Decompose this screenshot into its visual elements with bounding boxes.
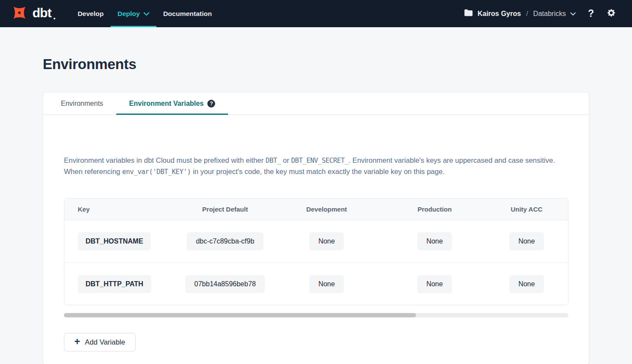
nav-item-deploy[interactable]: Deploy: [111, 0, 156, 27]
variable-value-chip-unity-acc[interactable]: None: [509, 232, 544, 250]
code-env-var-example: env_var('DBT_KEY'): [122, 168, 191, 176]
nav-item-develop-label: Develop: [78, 10, 104, 18]
folder-icon: [464, 9, 473, 18]
nav-item-deploy-label: Deploy: [118, 10, 140, 18]
help-circle-icon[interactable]: ?: [207, 100, 215, 108]
dbt-logo-icon: [10, 4, 29, 23]
add-variable-label: Add Variable: [85, 338, 125, 346]
tab-environment-variables[interactable]: Environment Variables ?: [116, 92, 229, 114]
nav-item-documentation[interactable]: Documentation: [156, 0, 219, 27]
description-text: in your project's code, the key must mat…: [191, 168, 445, 175]
table-row: DBT_HTTP_PATH 07bb14a8596beb78 None None…: [64, 263, 568, 305]
variable-value-chip-unity-acc[interactable]: None: [509, 275, 544, 293]
variable-key-chip[interactable]: DBT_HTTP_PATH: [78, 275, 151, 293]
table-header-row: Key Project Default Development Producti…: [64, 199, 568, 220]
account-environment-name: Databricks: [533, 10, 566, 18]
column-header-project-default: Project Default: [182, 206, 268, 213]
variable-value-chip-production[interactable]: None: [417, 275, 452, 293]
variable-value-chip-production[interactable]: None: [417, 232, 452, 250]
tab-panel-environment-variables: Environment variables in dbt Cloud must …: [43, 155, 589, 364]
variable-value-chip-project-default[interactable]: dbc-c7c89cba-cf9b: [187, 232, 263, 250]
plus-icon: +: [74, 337, 80, 347]
description-text: or: [281, 156, 291, 164]
column-header-key: Key: [64, 206, 182, 213]
tab-environment-variables-label: Environment Variables: [129, 100, 204, 108]
column-header-unity-acc: Unity ACC: [484, 206, 568, 213]
tab-environments[interactable]: Environments: [48, 92, 116, 114]
environment-variables-table: Key Project Default Development Producti…: [64, 198, 568, 305]
dbt-logo-text: dbt: [32, 6, 51, 21]
dbt-logo-trademark-dot: [54, 18, 55, 19]
account-separator: /: [525, 10, 529, 18]
tab-environments-label: Environments: [61, 100, 103, 108]
help-button[interactable]: ?: [588, 9, 594, 19]
top-navbar: dbt Develop Deploy Documentation Kairos …: [0, 0, 632, 27]
horizontal-scrollbar-thumb[interactable]: [64, 313, 416, 317]
environments-card: Environments Environment Variables ? Env…: [43, 92, 589, 364]
account-project-switcher[interactable]: Kairos Gyros / Databricks: [464, 9, 576, 18]
dbt-logo[interactable]: dbt: [10, 4, 55, 23]
variable-value-chip-project-default[interactable]: 07bb14a8596beb78: [185, 275, 265, 293]
description-text: Environment variables in dbt Cloud must …: [64, 156, 266, 164]
question-mark-glyph: ?: [210, 101, 213, 107]
settings-button[interactable]: [606, 8, 616, 20]
variable-value-chip-development[interactable]: None: [309, 275, 344, 293]
chevron-down-icon: [570, 10, 576, 18]
nav-item-documentation-label: Documentation: [163, 10, 212, 18]
question-mark-icon: ?: [588, 8, 594, 19]
variable-value-chip-development[interactable]: None: [309, 232, 344, 250]
code-dbt-env-secret-prefix: DBT_ENV_SECRET_: [291, 157, 348, 165]
column-header-production: Production: [385, 206, 484, 213]
code-dbt-prefix: DBT_: [266, 157, 281, 165]
variable-key-chip[interactable]: DBT_HOSTNAME: [78, 232, 151, 250]
main-navigation: Develop Deploy Documentation: [71, 0, 219, 27]
column-header-development: Development: [268, 206, 385, 213]
table-row: DBT_HOSTNAME dbc-c7c89cba-cf9b None None…: [64, 220, 568, 263]
gear-icon: [606, 8, 616, 20]
chevron-down-icon: [143, 10, 149, 18]
add-variable-button[interactable]: + Add Variable: [64, 333, 136, 351]
horizontal-scrollbar-track[interactable]: [64, 313, 568, 317]
tab-bar: Environments Environment Variables ?: [43, 92, 589, 115]
env-vars-description: Environment variables in dbt Cloud must …: [64, 155, 568, 177]
page-title: Environments: [43, 56, 632, 73]
nav-item-develop[interactable]: Develop: [71, 0, 111, 27]
navbar-right: Kairos Gyros / Databricks ?: [464, 8, 616, 20]
account-project-name: Kairos Gyros: [477, 10, 521, 18]
